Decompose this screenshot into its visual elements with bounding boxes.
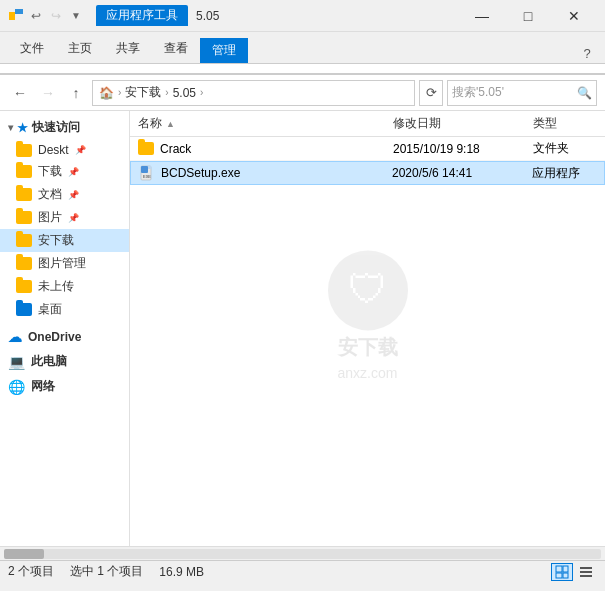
svg-rect-8 bbox=[556, 573, 562, 578]
file-size: 16.9 MB bbox=[159, 565, 204, 579]
file-name-crack: Crack bbox=[130, 141, 385, 157]
maximize-button[interactable]: □ bbox=[505, 0, 551, 32]
pin-icon: 📌 bbox=[68, 190, 79, 200]
svg-rect-7 bbox=[563, 566, 568, 572]
sidebar-item-label: 图片 bbox=[38, 209, 62, 226]
tab-home[interactable]: 主页 bbox=[56, 32, 104, 63]
sidebar-item-not-uploaded[interactable]: 未上传 bbox=[0, 275, 129, 298]
sidebar-item-downloads[interactable]: 下载 📌 bbox=[0, 160, 129, 183]
sidebar-item-documents[interactable]: 文档 📌 bbox=[0, 183, 129, 206]
svg-rect-9 bbox=[563, 573, 568, 578]
quick-access-label: 快速访问 bbox=[32, 119, 80, 136]
folder-icon bbox=[16, 188, 32, 201]
folder-icon-blue bbox=[16, 303, 32, 316]
sidebar-section-onedrive[interactable]: ☁ OneDrive bbox=[0, 325, 129, 349]
undo-icon[interactable]: ↩ bbox=[28, 8, 44, 24]
dropdown-arrow-icon[interactable]: ▼ bbox=[68, 8, 84, 24]
star-icon: ★ bbox=[17, 121, 28, 135]
pin-icon: 📌 bbox=[68, 167, 79, 177]
forward-button[interactable]: → bbox=[36, 81, 60, 105]
pin-icon: 📌 bbox=[68, 213, 79, 223]
tab-share[interactable]: 共享 bbox=[104, 32, 152, 63]
chevron-down-icon: ▾ bbox=[8, 122, 13, 133]
svg-rect-10 bbox=[580, 567, 592, 569]
file-list-header: 名称 ▲ 修改日期 类型 bbox=[130, 111, 605, 137]
item-count: 2 个项目 bbox=[8, 563, 54, 580]
window-title: 5.05 bbox=[196, 9, 459, 23]
sidebar-section-network[interactable]: 🌐 网络 bbox=[0, 374, 129, 399]
file-date-bcdsetup: 2020/5/6 14:41 bbox=[384, 166, 524, 180]
folder-icon bbox=[16, 211, 32, 224]
svg-rect-3 bbox=[141, 166, 148, 173]
sidebar-item-desktop[interactable]: Deskt 📌 bbox=[0, 140, 129, 160]
tab-file[interactable]: 文件 bbox=[8, 32, 56, 63]
ribbon-tab-row: 文件 主页 共享 查看 管理 ? bbox=[0, 32, 605, 64]
status-bar: 2 个项目 选中 1 个项目 16.9 MB bbox=[0, 560, 605, 582]
pin-icon: 📌 bbox=[75, 145, 86, 155]
col-header-name[interactable]: 名称 ▲ bbox=[130, 115, 385, 132]
back-button[interactable]: ← bbox=[8, 81, 32, 105]
svg-rect-1 bbox=[15, 9, 23, 14]
up-button[interactable]: ↑ bbox=[64, 81, 88, 105]
tab-view[interactable]: 查看 bbox=[152, 32, 200, 63]
view-detail-button[interactable] bbox=[551, 563, 573, 581]
address-bar: ← → ↑ 🏠 › 安下载 › 5.05 › ⟳ 🔍 bbox=[0, 75, 605, 111]
watermark-url: anxz.com bbox=[338, 365, 398, 381]
file-type-crack: 文件夹 bbox=[525, 140, 605, 157]
sort-arrow-icon: ▲ bbox=[166, 119, 175, 129]
path-home-icon: 🏠 bbox=[99, 86, 114, 100]
scroll-track[interactable] bbox=[4, 549, 601, 559]
cloud-icon: ☁ bbox=[8, 329, 22, 345]
col-header-date[interactable]: 修改日期 bbox=[385, 115, 525, 132]
sidebar-item-label: 图片管理 bbox=[38, 255, 86, 272]
search-box: 🔍 bbox=[447, 80, 597, 106]
horizontal-scrollbar[interactable] bbox=[0, 546, 605, 560]
sidebar-section-quick-access[interactable]: ▾ ★ 快速访问 bbox=[0, 115, 129, 140]
file-list: 名称 ▲ 修改日期 类型 Crack 2015/10/19 9:18 文件夹 bbox=[130, 111, 605, 546]
svg-rect-4 bbox=[148, 166, 151, 169]
main-area: ▾ ★ 快速访问 Deskt 📌 下载 📌 文档 📌 图片 📌 安下载 bbox=[0, 111, 605, 546]
folder-icon bbox=[16, 234, 32, 247]
this-pc-label: 此电脑 bbox=[31, 353, 67, 370]
file-name-bcdsetup: EXE BCDSetup.exe bbox=[131, 165, 384, 181]
sidebar: ▾ ★ 快速访问 Deskt 📌 下载 📌 文档 📌 图片 📌 安下载 bbox=[0, 111, 130, 546]
search-input[interactable] bbox=[452, 86, 577, 100]
network-icon: 🌐 bbox=[8, 379, 25, 395]
sidebar-item-pictures[interactable]: 图片 📌 bbox=[0, 206, 129, 229]
address-path[interactable]: 🏠 › 安下载 › 5.05 › bbox=[92, 80, 415, 106]
minimize-button[interactable]: — bbox=[459, 0, 505, 32]
sidebar-item-label: 下载 bbox=[38, 163, 62, 180]
table-row[interactable]: EXE BCDSetup.exe 2020/5/6 14:41 应用程序 bbox=[130, 161, 605, 185]
title-bar: ↩ ↪ ▼ 应用程序工具 5.05 — □ ✕ bbox=[0, 0, 605, 32]
app-tools-tab: 应用程序工具 bbox=[96, 5, 188, 26]
svg-rect-11 bbox=[580, 571, 592, 573]
view-list-button[interactable] bbox=[575, 563, 597, 581]
view-toggle-buttons bbox=[551, 563, 597, 581]
folder-icon bbox=[16, 280, 32, 293]
sidebar-item-anxiaz[interactable]: 安下载 bbox=[0, 229, 129, 252]
exe-icon: EXE bbox=[139, 165, 155, 181]
sidebar-item-label: 未上传 bbox=[38, 278, 74, 295]
table-row[interactable]: Crack 2015/10/19 9:18 文件夹 bbox=[130, 137, 605, 161]
redo-icon[interactable]: ↪ bbox=[48, 8, 64, 24]
close-button[interactable]: ✕ bbox=[551, 0, 597, 32]
sidebar-item-taskbar[interactable]: 桌面 bbox=[0, 298, 129, 321]
file-type-bcdsetup: 应用程序 bbox=[524, 165, 604, 182]
help-button[interactable]: ? bbox=[577, 43, 597, 63]
network-label: 网络 bbox=[31, 378, 55, 395]
folder-icon bbox=[16, 165, 32, 178]
tab-manage[interactable]: 管理 bbox=[200, 38, 248, 63]
ribbon-area: 文件 主页 共享 查看 管理 ? bbox=[0, 32, 605, 75]
sidebar-item-label: 桌面 bbox=[38, 301, 62, 318]
path-segment-1[interactable]: 安下载 bbox=[125, 84, 161, 101]
svg-rect-12 bbox=[580, 575, 592, 577]
search-icon[interactable]: 🔍 bbox=[577, 86, 592, 100]
col-header-type[interactable]: 类型 bbox=[525, 115, 605, 132]
refresh-button[interactable]: ⟳ bbox=[419, 80, 443, 106]
sidebar-item-pic-management[interactable]: 图片管理 bbox=[0, 252, 129, 275]
sidebar-section-this-pc[interactable]: 💻 此电脑 bbox=[0, 349, 129, 374]
scroll-thumb[interactable] bbox=[4, 549, 44, 559]
path-segment-2[interactable]: 5.05 bbox=[173, 86, 196, 100]
window-icon bbox=[8, 8, 24, 24]
window-controls: — □ ✕ bbox=[459, 0, 597, 32]
